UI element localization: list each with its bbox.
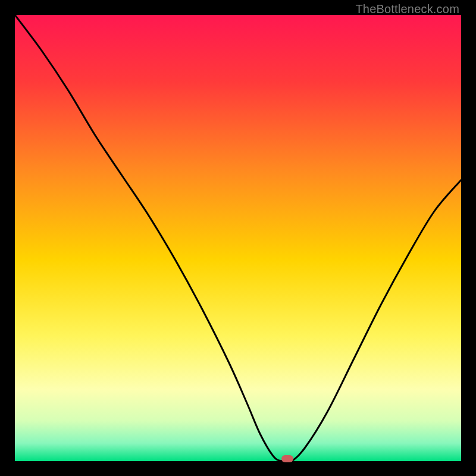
plot-area xyxy=(15,15,461,461)
watermark-text: TheBottleneck.com xyxy=(355,2,459,16)
bottleneck-curve xyxy=(15,15,461,461)
chart-frame: TheBottleneck.com xyxy=(0,0,476,476)
optimum-marker xyxy=(281,455,293,462)
